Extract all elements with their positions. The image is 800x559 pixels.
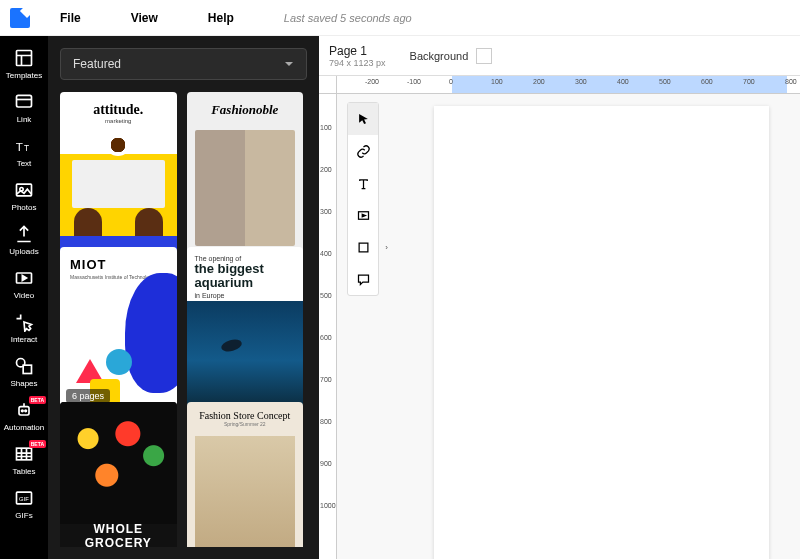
ruler-horizontal[interactable]: -300-200-1000100200300400500600700800 [337, 76, 800, 94]
iconbar-gifs[interactable]: GIF GIFs [0, 482, 48, 526]
background-swatch[interactable] [476, 48, 492, 64]
tool-frame[interactable] [348, 199, 378, 231]
iconbar-label: Photos [12, 203, 37, 212]
ruler-tick: 700 [743, 78, 755, 85]
iconbar-text[interactable]: TT Text [0, 130, 48, 174]
chevron-right-icon: › [385, 243, 388, 252]
templates-panel: Featured attitude. marketing Fashionoble… [48, 36, 319, 559]
svg-rect-1 [17, 95, 32, 107]
template-grid[interactable]: attitude. marketing Fashionoble MIOT Mas… [60, 92, 307, 547]
tool-comment[interactable] [348, 263, 378, 295]
template-card[interactable]: attitude. marketing [60, 92, 177, 254]
iconbar-label: Video [14, 291, 34, 300]
ruler-tick: 600 [320, 334, 332, 341]
photos-icon [14, 180, 34, 200]
iconbar-label: Text [17, 159, 32, 168]
ruler-tick: 800 [785, 78, 797, 85]
iconbar-video[interactable]: Video [0, 262, 48, 306]
top-menubar: File View Help Last saved 5 seconds ago [0, 0, 800, 36]
template-title: WHOLE GROCERY [60, 522, 177, 547]
iconbar-label: Link [17, 115, 32, 124]
iconbar-label: Tables [12, 467, 35, 476]
menu-view[interactable]: View [131, 11, 158, 25]
shapes-icon [14, 356, 34, 376]
tool-shape[interactable]: › [348, 231, 378, 263]
template-posttitle: in Europe [195, 292, 296, 299]
iconbar-interact[interactable]: Interact [0, 306, 48, 350]
iconbar-label: Uploads [9, 247, 38, 256]
ruler-tick: 600 [701, 78, 713, 85]
pages-badge: 6 pages [66, 389, 110, 403]
comment-tool-icon [356, 272, 371, 287]
iconbar-link[interactable]: Link [0, 86, 48, 130]
ruler-tick: 700 [320, 376, 332, 383]
page-dimensions: 794 x 1123 px [329, 58, 386, 68]
ruler-tick: 300 [575, 78, 587, 85]
svg-point-11 [25, 410, 27, 412]
last-saved-label: Last saved 5 seconds ago [284, 12, 412, 24]
link-icon [14, 92, 34, 112]
svg-rect-0 [17, 51, 32, 66]
iconbar-uploads[interactable]: Uploads [0, 218, 48, 262]
beta-badge: BETA [29, 396, 46, 404]
iconbar-label: Interact [11, 335, 38, 344]
menu-file[interactable]: File [60, 11, 81, 25]
background-label: Background [410, 50, 469, 62]
shape-tool-icon [356, 240, 371, 255]
tool-text[interactable] [348, 167, 378, 199]
app-logo-icon[interactable] [10, 8, 30, 28]
tool-strip: › [347, 102, 379, 296]
tool-link[interactable] [348, 135, 378, 167]
ruler-corner [319, 76, 337, 94]
video-icon [14, 268, 34, 288]
template-subtitle: marketing [60, 118, 177, 124]
svg-text:T: T [16, 140, 23, 153]
svg-rect-8 [23, 365, 31, 373]
template-card[interactable]: Fashionoble [187, 92, 304, 254]
ruler-tick: -100 [407, 78, 421, 85]
ruler-vertical[interactable]: 1002003004005006007008009001000 [319, 94, 337, 559]
canvas-area: Page 1 794 x 1123 px Background -300-200… [319, 36, 800, 559]
ruler-tick: 200 [320, 166, 332, 173]
template-title: attitude. [60, 92, 177, 118]
ruler-tick: 300 [320, 208, 332, 215]
svg-text:T: T [24, 143, 29, 153]
category-dropdown[interactable]: Featured [60, 48, 307, 80]
interact-icon [14, 312, 34, 332]
ruler-tick: 500 [659, 78, 671, 85]
svg-point-10 [22, 410, 24, 412]
template-card[interactable]: Fashion Store Concept Spring/Summer 22 [187, 402, 304, 547]
iconbar-label: Automation [4, 423, 44, 432]
dropdown-label: Featured [73, 57, 121, 71]
canvas-header: Page 1 794 x 1123 px Background [319, 36, 800, 76]
uploads-icon [14, 224, 34, 244]
iconbar-tables[interactable]: BETA Tables [0, 438, 48, 482]
gifs-icon: GIF [14, 488, 34, 508]
ruler-tick: -200 [365, 78, 379, 85]
iconbar-templates[interactable]: Templates [0, 42, 48, 86]
chevron-down-icon [284, 59, 294, 69]
template-card[interactable]: MIOT Massachusetts Institute of Technolo… [60, 247, 177, 409]
link-tool-icon [356, 144, 371, 159]
iconbar-label: Shapes [10, 379, 37, 388]
beta-badge: BETA [29, 440, 46, 448]
iconbar-label: GIFs [15, 511, 32, 520]
template-card[interactable]: The opening of the biggest aquarium in E… [187, 247, 304, 409]
svg-rect-16 [359, 243, 368, 252]
iconbar-automation[interactable]: BETA Automation [0, 394, 48, 438]
tool-select[interactable] [348, 103, 378, 135]
ruler-tick: 0 [449, 78, 453, 85]
iconbar-photos[interactable]: Photos [0, 174, 48, 218]
left-iconbar: Templates Link TT Text Photos Uploads Vi… [0, 36, 48, 559]
iconbar-shapes[interactable]: Shapes [0, 350, 48, 394]
text-tool-icon [356, 176, 371, 191]
ruler-tick: 1000 [320, 502, 336, 509]
template-card[interactable]: WHOLE GROCERY WEEKLY CATALOG [60, 402, 177, 547]
frame-tool-icon [356, 208, 371, 223]
template-title: Fashionoble [187, 92, 304, 128]
cursor-icon [356, 112, 371, 127]
menu-help[interactable]: Help [208, 11, 234, 25]
page-title[interactable]: Page 1 [329, 44, 386, 58]
page-canvas[interactable] [434, 106, 769, 559]
ruler-tick: 400 [320, 250, 332, 257]
